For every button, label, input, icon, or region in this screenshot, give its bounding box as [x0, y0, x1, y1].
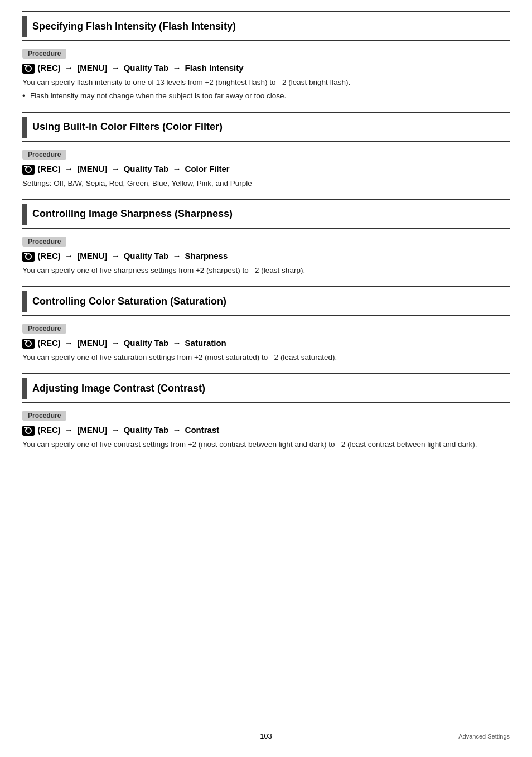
camera-icon — [22, 339, 35, 349]
accent-bar-contrast — [22, 378, 27, 399]
body-text: You can specify flash intensity to one o… — [22, 77, 510, 88]
page-number: 103 — [260, 732, 272, 740]
nav-text-segment: (REC) → [MENU] → Quality Tab → Flash Int… — [35, 63, 244, 73]
arrow-icon: → — [172, 63, 181, 73]
arrow-icon: → — [65, 251, 73, 261]
section-title-saturation: Controlling Color Saturation (Saturation… — [32, 296, 226, 307]
arrow-icon: → — [65, 164, 73, 173]
camera-icon — [22, 64, 35, 74]
arrow-icon: → — [172, 338, 181, 348]
section-title-color-filter: Using Built-in Color Filters (Color Filt… — [32, 121, 223, 133]
arrow-icon: → — [65, 63, 73, 73]
nav-path-sharpness: (REC) → [MENU] → Quality Tab → Sharpness — [22, 251, 510, 262]
camera-icon — [22, 165, 35, 175]
accent-bar-color-filter — [22, 117, 27, 138]
section-header-saturation: Controlling Color Saturation (Saturation… — [22, 286, 510, 316]
section-title-flash-intensity: Specifying Flash Intensity (Flash Intens… — [32, 21, 236, 32]
body-text: Settings: Off, B/W, Sepia, Red, Green, B… — [22, 178, 510, 189]
main-content: Specifying Flash Intensity (Flash Intens… — [22, 11, 510, 451]
arrow-icon: → — [65, 425, 73, 435]
section-header-flash-intensity: Specifying Flash Intensity (Flash Intens… — [22, 11, 510, 41]
arrow-icon: → — [172, 164, 181, 173]
page-footer: 103 Advanced Settings — [0, 727, 532, 740]
nav-path-color-filter: (REC) → [MENU] → Quality Tab → Color Fil… — [22, 164, 510, 175]
section-header-color-filter: Using Built-in Color Filters (Color Filt… — [22, 112, 510, 142]
nav-path-saturation: (REC) → [MENU] → Quality Tab → Saturatio… — [22, 338, 510, 349]
procedure-badge-color-filter: Procedure — [22, 150, 66, 160]
arrow-icon: → — [112, 251, 120, 261]
arrow-icon: → — [112, 425, 120, 435]
body-text: You can specify one of five contrast set… — [22, 439, 510, 450]
arrow-icon: → — [112, 164, 120, 173]
section-color-filter: Using Built-in Color Filters (Color Filt… — [22, 112, 510, 189]
accent-bar-sharpness — [22, 204, 27, 225]
procedure-badge-sharpness: Procedure — [22, 237, 66, 247]
section-sharpness: Controlling Image Sharpness (Sharpness)P… — [22, 199, 510, 276]
procedure-badge-flash-intensity: Procedure — [22, 49, 66, 59]
footer-section-label: Advanced Settings — [458, 733, 510, 740]
camera-icon — [22, 426, 35, 436]
arrow-icon: → — [172, 425, 181, 435]
body-text: You can specify one of five saturation s… — [22, 352, 510, 363]
section-title-contrast: Adjusting Image Contrast (Contrast) — [32, 383, 205, 394]
arrow-icon: → — [112, 63, 120, 73]
nav-text-segment: (REC) → [MENU] → Quality Tab → Sharpness — [35, 251, 228, 261]
nav-text-segment: (REC) → [MENU] → Quality Tab → Contrast — [35, 425, 219, 435]
bullet-text: Flash intensity may not change when the … — [22, 90, 510, 102]
section-flash-intensity: Specifying Flash Intensity (Flash Intens… — [22, 11, 510, 102]
nav-text-segment: (REC) → [MENU] → Quality Tab → Saturatio… — [35, 338, 226, 348]
body-text: You can specify one of five sharpness se… — [22, 265, 510, 276]
nav-path-flash-intensity: (REC) → [MENU] → Quality Tab → Flash Int… — [22, 63, 510, 74]
arrow-icon: → — [112, 338, 120, 348]
accent-bar-flash-intensity — [22, 16, 27, 37]
nav-text-segment: (REC) → [MENU] → Quality Tab → Color Fil… — [35, 164, 230, 173]
arrow-icon: → — [172, 251, 181, 261]
procedure-badge-contrast: Procedure — [22, 411, 66, 421]
section-header-contrast: Adjusting Image Contrast (Contrast) — [22, 373, 510, 403]
arrow-icon: → — [65, 338, 73, 348]
section-title-sharpness: Controlling Image Sharpness (Sharpness) — [32, 208, 233, 220]
section-contrast: Adjusting Image Contrast (Contrast)Proce… — [22, 373, 510, 450]
nav-path-contrast: (REC) → [MENU] → Quality Tab → Contrast — [22, 425, 510, 436]
accent-bar-saturation — [22, 291, 27, 312]
section-header-sharpness: Controlling Image Sharpness (Sharpness) — [22, 199, 510, 229]
section-saturation: Controlling Color Saturation (Saturation… — [22, 286, 510, 363]
camera-icon — [22, 252, 35, 262]
procedure-badge-saturation: Procedure — [22, 324, 66, 334]
